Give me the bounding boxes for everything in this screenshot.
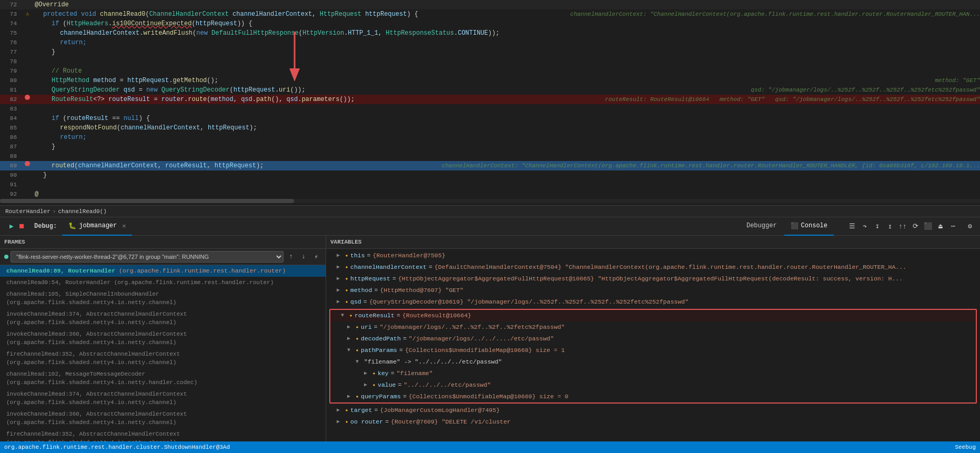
var-pathparams[interactable]: ▼ ⬥ pathParams = {Collections$Unmodifiab… xyxy=(330,345,976,356)
var-value[interactable]: ▶ ⬥ value = "../../../../etc/passwd" xyxy=(330,379,976,391)
frame-item[interactable]: fireChannelRead:352, AbstractChannelHand… xyxy=(0,348,326,368)
editor-scrollbar-thumb[interactable] xyxy=(0,199,294,203)
evaluate-btn[interactable]: ⟳ xyxy=(910,220,921,232)
code-editor: 72 @Override 73 ⚠ protected void channel… xyxy=(0,0,980,205)
tab-console[interactable]: ⬛ Console xyxy=(784,217,834,236)
var-this[interactable]: ▶ ⬥ this = {RouterHandler@7505} xyxy=(326,250,980,261)
debug-panel: ▶ ⏹ Debug: 🐛 jobmanager ✕ Debugger ⬛ Con… xyxy=(0,217,980,452)
step-out-btn[interactable]: ↥ xyxy=(884,220,896,232)
code-line-73[interactable]: 73 ⚠ protected void channelRead0(Channel… xyxy=(0,9,980,19)
frames-list: channelRead0:89, RouterHandler (org.apac… xyxy=(0,265,326,452)
breadcrumb-item-1[interactable]: RouterHandler xyxy=(5,208,50,215)
var-icon: ⬥ xyxy=(345,297,348,307)
status-bar: org.apache.flink.runtime.rest.handler.cl… xyxy=(0,441,980,453)
code-line-89[interactable]: 89 routed(channelHandlerContext, routeRe… xyxy=(0,161,980,170)
var-icon: ⬥ xyxy=(356,334,359,344)
frame-item[interactable]: channelRead0:89, RouterHandler (org.apac… xyxy=(0,265,326,277)
status-plugin: Seebug xyxy=(955,444,976,450)
step-into-btn[interactable]: ↧ xyxy=(872,220,883,232)
editor-scrollbar-h[interactable] xyxy=(0,199,980,203)
var-icon: ⬥ xyxy=(345,286,348,295)
variables-header: Variables xyxy=(326,236,980,249)
code-line-78: 78 xyxy=(0,57,980,66)
tab-debugger[interactable]: Debugger xyxy=(740,217,783,236)
var-icon: ⬥ xyxy=(356,392,359,401)
debug-action-buttons: ▶ ⏹ xyxy=(4,222,29,231)
var-uri[interactable]: ▶ ⬥ uri = "/jobmanager/logs/..%2f..%2f..… xyxy=(330,321,976,333)
debug-tab-bar: ▶ ⏹ Debug: 🐛 jobmanager ✕ Debugger ⬛ Con… xyxy=(0,217,980,236)
var-filename-entry[interactable]: ▼ "filename" -> "../../../../etc/passwd" xyxy=(330,356,976,368)
resume-button[interactable]: ▶ xyxy=(7,222,16,231)
var-httprequest[interactable]: ▶ ⬥ httpRequest = {HttpObjectAggregator$… xyxy=(326,273,980,285)
var-icon: ⬥ xyxy=(372,380,376,390)
code-line-82[interactable]: 82 RouteResult<?> routeResult = router.r… xyxy=(0,95,980,104)
code-line-86[interactable]: 86 return; xyxy=(0,133,980,142)
more-btn[interactable]: ⋯ xyxy=(947,220,959,232)
stop-button[interactable]: ⏹ xyxy=(17,222,26,231)
tab-close-icon[interactable]: ✕ xyxy=(122,222,126,230)
var-channelhandlercontext[interactable]: ▶ ⬥ channelHandlerContext = {DefaultChan… xyxy=(326,261,980,273)
thread-down-btn[interactable]: ↓ xyxy=(298,251,309,262)
var-routeresult[interactable]: ▼ ⬥ routeResult = {RouteResult@10664} xyxy=(330,310,976,321)
frame-item[interactable]: invokeChannelRead:374, AbstractChannelHa… xyxy=(0,308,326,328)
tab-jobmanager[interactable]: 🐛 jobmanager ✕ xyxy=(62,217,132,236)
var-decodedpath[interactable]: ▶ ⬥ decodedPath = "/jobmanager/logs/../.… xyxy=(330,333,976,345)
var-queryparams[interactable]: ▶ ⬥ queryParams = {Collections$Unmodifia… xyxy=(330,391,976,402)
frames-panel: Frames "flink-rest-server-netty-worker-t… xyxy=(0,236,326,452)
code-line-72[interactable]: 72 @Override xyxy=(0,0,980,9)
breadcrumb: RouterHandler › channelRead0() xyxy=(0,205,980,217)
var-icon: ⬥ xyxy=(345,406,348,415)
thread-dropdown[interactable]: "flink-rest-server-netty-worker-thread-2… xyxy=(11,251,284,263)
code-lines: 72 @Override 73 ⚠ protected void channel… xyxy=(0,0,980,199)
run-to-cursor-btn[interactable]: ↑↑ xyxy=(897,220,908,232)
var-icon: ⬥ xyxy=(356,346,359,355)
console-icon: ⬛ xyxy=(791,222,799,230)
route-result-highlight-box: ▼ ⬥ routeResult = {RouteResult@10664} ▶ … xyxy=(329,309,977,404)
var-method[interactable]: ▶ ⬥ method = {HttpMethod@7607} "GET" xyxy=(326,285,980,296)
stop-debug-btn[interactable]: ⬛ xyxy=(922,220,934,232)
var-target[interactable]: ▶ ⬥ target = {JobManagerCustomLogHandler… xyxy=(326,405,980,416)
code-line-84[interactable]: 84 if (routeResult == null) { xyxy=(0,114,980,123)
status-info: org.apache.flink.runtime.rest.handler.cl… xyxy=(4,444,230,450)
breadcrumb-item-2[interactable]: channelRead0() xyxy=(58,208,106,215)
var-router[interactable]: ▶ ⬥ oo router = {Router@7609} "DELETE /v… xyxy=(326,416,980,428)
frame-item[interactable]: invokeChannelRead:360, AbstractChannelHa… xyxy=(0,328,326,348)
jobmanager-tab-icon: 🐛 xyxy=(68,222,76,230)
var-key[interactable]: ▶ ⬥ key = "filename" xyxy=(330,368,976,379)
code-line-92[interactable]: 92 @ xyxy=(0,189,980,199)
frame-item[interactable]: channelRead:105, SimpleChannelInboundHan… xyxy=(0,288,326,308)
settings-gear-icon[interactable]: ⚙ xyxy=(964,220,976,232)
frame-item[interactable]: channelRead0:54, RouterHandler (org.apac… xyxy=(0,277,326,288)
var-qsd[interactable]: ▶ ⬥ qsd = {QueryStringDecoder@10619} "/j… xyxy=(326,296,980,308)
var-icon: ⬥ xyxy=(356,323,359,332)
var-icon: ⬥ xyxy=(345,263,348,272)
code-line-88: 88 xyxy=(0,152,980,161)
debug-label: Debug: xyxy=(29,217,62,236)
code-line-87[interactable]: 87 } xyxy=(0,142,980,152)
code-line-76[interactable]: 76 return; xyxy=(0,38,980,47)
var-icon: ⬥ xyxy=(349,311,352,320)
thread-selector: "flink-rest-server-netty-worker-thread-2… xyxy=(0,249,326,265)
code-line-90[interactable]: 90 } xyxy=(0,170,980,180)
step-over-btn[interactable]: ↷ xyxy=(859,220,871,232)
mute-btn[interactable]: ⏏ xyxy=(935,220,946,232)
frame-item[interactable]: invokeChannelRead:360, AbstractChannelHa… xyxy=(0,408,326,428)
thread-up-btn[interactable]: ↑ xyxy=(286,251,296,262)
code-line-79[interactable]: 79 // Route xyxy=(0,66,980,76)
code-line-83: 83 xyxy=(0,104,980,114)
code-line-75[interactable]: 75 channelHandlerContext.writeAndFlush(n… xyxy=(0,28,980,38)
code-line-81[interactable]: 81 QueryStringDecoder qsd = new QueryStr… xyxy=(0,85,980,95)
thread-run-indicator xyxy=(4,255,8,259)
filter-btn[interactable]: ☰ xyxy=(846,220,858,232)
var-icon: ⬥ xyxy=(345,417,348,427)
frame-item[interactable]: channelRead:102, MessageToMessageDecoder… xyxy=(0,368,326,388)
frames-header: Frames xyxy=(0,236,326,249)
var-icon: ⬥ xyxy=(345,251,348,260)
code-line-80[interactable]: 80 HttpMethod method = httpRequest.getMe… xyxy=(0,76,980,85)
frame-item[interactable]: invokeChannelRead:374, AbstractChannelHa… xyxy=(0,388,326,408)
code-line-74[interactable]: 74 if (HttpHeaders.is100ContinueExpected… xyxy=(0,19,980,28)
code-line-77[interactable]: 77 } xyxy=(0,47,980,57)
code-line-85[interactable]: 85 respondNotFound(channelHandlerContext… xyxy=(0,123,980,133)
debug-toolbar: Debugger ⬛ Console ☰ ↷ ↧ ↥ ↑↑ ⟳ ⬛ ⏏ ⋯ ⚙ xyxy=(740,217,976,236)
thread-filter-btn[interactable]: ⚡ xyxy=(311,251,321,262)
